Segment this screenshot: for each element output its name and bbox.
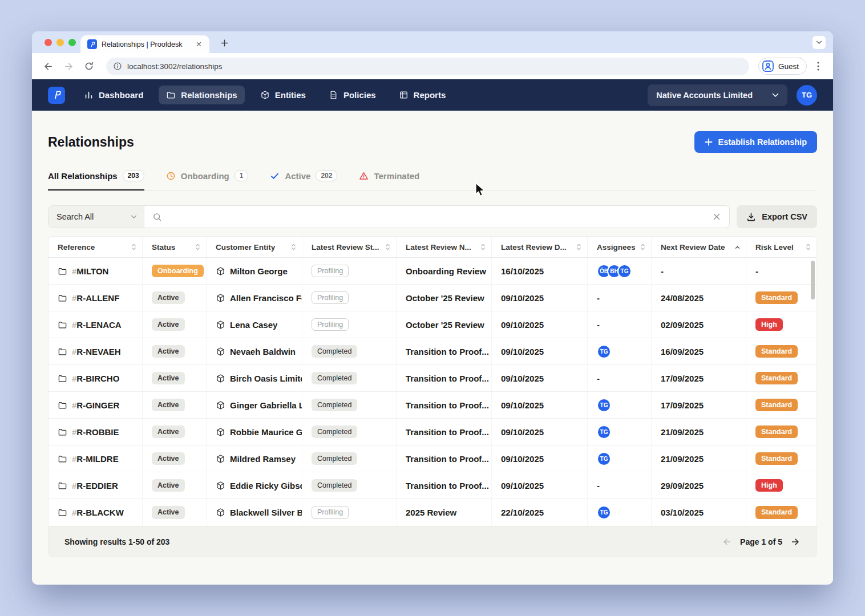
assignee-avatar: TG — [617, 264, 632, 278]
column-header-status[interactable]: Status — [143, 237, 207, 257]
back-button[interactable] — [40, 58, 56, 74]
column-header-reference[interactable]: Reference — [48, 237, 143, 257]
table-row[interactable]: #R-MILDREActiveMildred RamseyCompletedTr… — [48, 445, 817, 472]
tab-onboarding[interactable]: Onboarding1 — [166, 170, 249, 190]
tab-all-relationships[interactable]: All Relationships203 — [48, 170, 144, 190]
tab-close-icon[interactable] — [193, 39, 204, 50]
review-status-cell: Profiling — [302, 258, 397, 284]
tab-terminated[interactable]: Terminated — [359, 170, 419, 190]
review-status-badge: Profiling — [312, 265, 349, 277]
next-page-icon[interactable] — [790, 537, 801, 547]
review-date-cell: 09/10/2025 — [492, 419, 588, 445]
reference-cell: #R-LENACA — [48, 311, 143, 338]
review-name-cell: 2025 Review — [397, 499, 492, 526]
establish-relationship-button[interactable]: Establish Relationship — [694, 131, 818, 153]
entity-name: Nevaeh Baldwin — [230, 347, 296, 356]
table-row[interactable]: #MILTONOnboardingMilton GeorgeProfilingO… — [48, 258, 817, 285]
nav-item-reports[interactable]: Reports — [391, 86, 454, 104]
browser-tab[interactable]: Relationships | Proofdesk — [80, 35, 209, 53]
review-name-cell: October '25 Review — [397, 311, 492, 338]
search-scope-select[interactable]: Search All — [48, 206, 144, 228]
customer-entity-cell: Birch Oasis Limite — [207, 365, 302, 391]
table-row[interactable]: #R-EDDIERActiveEddie Ricky GibscComplete… — [48, 472, 817, 499]
table-row[interactable]: #R-NEVAEHActiveNevaeh BaldwinCompletedTr… — [48, 338, 817, 365]
user-avatar[interactable]: TG — [797, 85, 817, 106]
account-selector[interactable]: Native Accounts Limited — [648, 84, 787, 106]
table-row[interactable]: #R-BIRCHOActiveBirch Oasis LimiteComplet… — [48, 365, 817, 392]
customer-entity-cell: Allen Francisco Fo — [207, 285, 302, 311]
previous-page-icon[interactable] — [722, 537, 732, 547]
tab-count-badge: 203 — [123, 170, 144, 181]
review-date: 09/10/2025 — [501, 374, 544, 383]
export-csv-button[interactable]: Export CSV — [737, 205, 817, 228]
page-indicator: Page 1 of 5 — [740, 537, 782, 546]
risk-level-cell: Standard — [746, 338, 817, 364]
next-review-date: 17/09/2025 — [661, 374, 704, 383]
table-scrollbar[interactable] — [811, 261, 815, 299]
next-review-date: 21/09/2025 — [661, 427, 704, 437]
assignee-avatar: TG — [597, 345, 611, 359]
review-name: Transition to Proof... — [406, 400, 489, 410]
search-input[interactable] — [167, 212, 708, 222]
column-header-next-review-date[interactable]: Next Review Date — [652, 237, 746, 257]
nav-item-entities[interactable]: Entities — [253, 86, 313, 104]
minimize-window-button[interactable] — [56, 39, 64, 46]
browser-menu-icon[interactable] — [811, 59, 825, 73]
clear-search-icon[interactable] — [713, 213, 721, 221]
review-date: 09/10/2025 — [501, 400, 544, 410]
table-row[interactable]: #R-BLACKWActiveBlackwell Silver BProfili… — [48, 499, 817, 526]
table-row[interactable]: #R-LENACAActiveLena CaseyProfilingOctobe… — [48, 311, 817, 338]
review-name: October '25 Review — [406, 320, 484, 330]
status-badge: Active — [152, 506, 185, 518]
next-review-date: 16/09/2025 — [661, 347, 704, 356]
reload-button[interactable] — [81, 58, 97, 74]
table-row[interactable]: #R-GINGERActiveGinger Gabriella LComplet… — [48, 392, 817, 419]
close-window-button[interactable] — [45, 39, 52, 46]
column-header-customer-entity[interactable]: Customer Entity — [207, 237, 302, 257]
risk-level-cell: Standard — [746, 365, 817, 391]
assignees-empty: - — [597, 293, 600, 303]
nav-item-policies[interactable]: Policies — [321, 86, 383, 104]
site-info-icon[interactable] — [113, 62, 122, 71]
browser-profile-button[interactable]: Guest — [758, 58, 807, 75]
review-status-cell: Completed — [302, 365, 397, 391]
sort-both-icon — [576, 243, 581, 251]
table-row[interactable]: #R-ROBBIEActiveRobbie Maurice GCompleted… — [48, 419, 817, 445]
review-name: Transition to Proof... — [406, 347, 489, 356]
new-tab-button[interactable] — [219, 37, 230, 48]
browser-toolbar: localhost:3002/relationships Guest — [32, 53, 833, 79]
review-name-cell: Onboarding Review — [397, 258, 492, 284]
review-date-cell: 22/10/2025 — [492, 499, 588, 526]
cube-icon — [216, 266, 225, 276]
column-header-latest-review-d[interactable]: Latest Review D... — [492, 237, 588, 257]
maximize-window-button[interactable] — [68, 39, 76, 46]
next-review-date-cell: - — [652, 258, 746, 284]
tab-label: All Relationships — [48, 171, 118, 181]
next-review-date: 24/08/2025 — [661, 293, 704, 303]
proofdesk-logo-icon[interactable] — [48, 87, 65, 104]
folder-icon — [58, 374, 67, 383]
column-header-latest-review-n[interactable]: Latest Review N... — [397, 237, 492, 257]
reference-hash: # — [72, 427, 76, 437]
next-review-date-cell: 17/09/2025 — [652, 365, 746, 391]
review-date: 09/10/2025 — [501, 427, 544, 437]
nav-item-dashboard[interactable]: Dashboard — [76, 86, 151, 104]
address-bar[interactable]: localhost:3002/relationships — [106, 58, 749, 75]
review-name-cell: Transition to Proof... — [397, 472, 492, 499]
forward-button[interactable] — [60, 58, 76, 74]
review-name: 2025 Review — [406, 508, 456, 517]
tab-overview-button[interactable] — [813, 36, 826, 49]
nav-item-relationships[interactable]: Relationships — [159, 86, 244, 104]
sort-both-icon — [291, 243, 296, 251]
download-icon — [746, 212, 756, 222]
column-header-risk-level[interactable]: Risk Level — [746, 237, 817, 257]
pagination: Page 1 of 5 — [722, 537, 801, 547]
review-name-cell: Transition to Proof... — [397, 338, 492, 364]
customer-entity-cell: Eddie Ricky Gibsc — [207, 472, 302, 499]
table-row[interactable]: #R-ALLENFActiveAllen Francisco FoProfili… — [48, 285, 817, 311]
reference-hash: # — [72, 454, 76, 464]
column-header-latest-review-st[interactable]: Latest Review St... — [302, 237, 397, 257]
status-cell: Active — [143, 392, 207, 418]
tab-active[interactable]: Active202 — [270, 170, 337, 190]
column-header-assignees[interactable]: Assignees — [588, 237, 652, 257]
